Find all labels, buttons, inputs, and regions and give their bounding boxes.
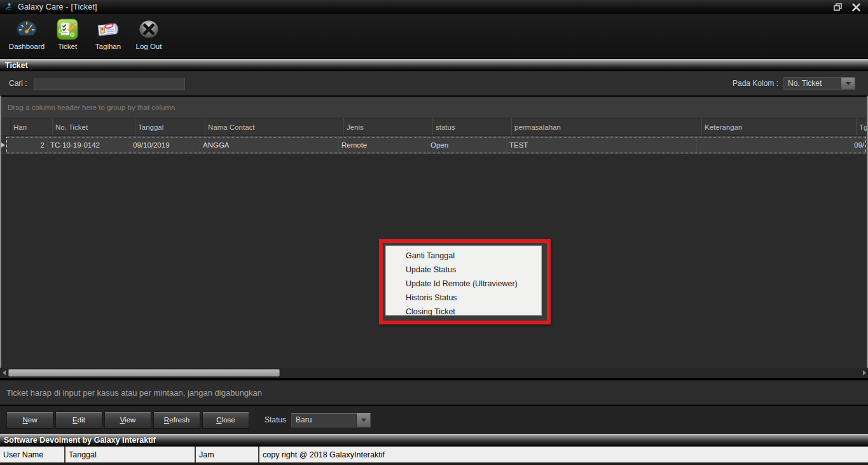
cell-no-ticket: TC-10-19-0142	[48, 136, 130, 154]
titlebar: Galaxy Care - [Ticket]	[0, 0, 868, 14]
scroll-right-icon[interactable]	[860, 370, 868, 375]
column-header-keterangan[interactable]: Keterangan	[702, 118, 857, 135]
horizontal-scrollbar	[0, 368, 868, 379]
cell-permasalahan: TEST	[507, 136, 697, 154]
cell-hari: 2	[6, 136, 48, 154]
status-label: Status	[265, 415, 286, 424]
toolbar-label-logout: Log Out	[136, 43, 162, 50]
actions-bar: New Edit View Refresh Close Status Baru	[0, 406, 868, 434]
context-menu: Ganti Tanggal Update Status Update Id Re…	[385, 246, 542, 316]
statusbar-jam: Jam	[196, 447, 259, 462]
search-row: Cari : Pada Kolom : No. Ticket	[0, 71, 868, 95]
context-menu-highlight: Ganti Tanggal Update Status Update Id Re…	[379, 239, 551, 324]
column-header-status[interactable]: status	[433, 118, 512, 135]
toolbar-item-tagihan[interactable]: Tagihan	[88, 18, 128, 50]
app-icon	[4, 2, 14, 12]
cell-status: Open	[428, 136, 507, 154]
branding-bar: Software Devolment by Galaxy Interaktif	[0, 434, 868, 447]
app-window: { "window": { "title": "Galaxy Care - [T…	[0, 0, 868, 465]
cell-nama-contact: ANGGA	[200, 136, 339, 154]
statusbar-tanggal: Tanggal	[65, 447, 196, 462]
statusbar-username: User Name	[0, 447, 65, 462]
ticket-icon	[56, 18, 79, 41]
search-label: Cari :	[9, 79, 27, 88]
panel-header: Ticket	[0, 59, 868, 71]
current-row-arrow-icon	[1, 142, 5, 148]
refresh-button[interactable]: Refresh	[153, 412, 200, 429]
cell-jenis: Remote	[339, 136, 428, 154]
grid-row-cells: 2 TC-10-19-0142 09/10/2019 ANGGA Remote …	[6, 136, 867, 154]
toolbar-label-dashboard: Dashboard	[9, 43, 45, 50]
statusbar-copyright: copy right @ 2018 GalaxyInteraktif	[259, 447, 868, 462]
row-selector-cell[interactable]	[1, 136, 6, 154]
column-filter-value: No. Ticket	[784, 79, 841, 88]
ticket-grid: Drag a column header here to group by th…	[0, 95, 868, 368]
row-selector-header	[1, 118, 11, 135]
panel-title: Ticket	[5, 61, 28, 70]
close-window-icon[interactable]	[850, 3, 862, 12]
cell-tgl: 09/	[851, 136, 867, 154]
toolbar-item-dashboard[interactable]: Dashboard	[6, 18, 47, 50]
column-header-no-ticket[interactable]: No. Ticket	[53, 118, 135, 135]
dashboard-gauge-icon	[15, 18, 38, 41]
column-header-tanggal[interactable]: Tanggal	[135, 118, 205, 135]
menu-item-update-id-remote[interactable]: Update Id Remote (Ultraviewer)	[386, 277, 541, 291]
search-input[interactable]	[34, 77, 185, 90]
scrollbar-track[interactable]	[8, 368, 860, 378]
column-header-jenis[interactable]: Jenis	[344, 118, 433, 135]
chevron-down-icon[interactable]	[841, 78, 855, 89]
scrollbar-thumb[interactable]	[8, 369, 280, 377]
column-header-nama-contact[interactable]: Nama Contact	[205, 118, 344, 135]
main-toolbar: Dashboard	[0, 14, 868, 59]
menu-item-closing-ticket[interactable]: Closing Ticket	[386, 305, 541, 319]
restore-window-icon[interactable]	[832, 3, 844, 12]
status-bar: User Name Tanggal Jam copy right @ 2018 …	[0, 447, 868, 462]
column-filter-label: Pada Kolom :	[733, 79, 778, 88]
toolbar-label-ticket: Ticket	[58, 43, 77, 50]
grid-header-row: Hari No. Ticket Tanggal Nama Contact Jen…	[1, 118, 867, 136]
branding-text: Software Devolment by Galaxy Interaktif	[4, 436, 156, 445]
logout-icon	[137, 18, 160, 41]
column-header-hari[interactable]: Hari	[11, 118, 53, 135]
window-controls	[832, 3, 864, 12]
menu-item-update-status[interactable]: Update Status	[386, 263, 541, 277]
grid-row[interactable]: 2 TC-10-19-0142 09/10/2019 ANGGA Remote …	[1, 136, 867, 154]
toolbar-label-tagihan: Tagihan	[95, 43, 121, 50]
column-header-tgl[interactable]: Tgl	[857, 118, 867, 135]
menu-item-ganti-tanggal[interactable]: Ganti Tanggal	[386, 249, 541, 263]
toolbar-item-ticket[interactable]: Ticket	[47, 18, 88, 50]
column-filter-select[interactable]: No. Ticket	[783, 77, 855, 90]
info-note: Ticket harap di input per kasus atau per…	[0, 379, 868, 406]
invoice-icon	[97, 18, 120, 41]
menu-item-historis-status[interactable]: Historis Status	[386, 291, 541, 305]
status-select[interactable]: Baru	[291, 413, 371, 427]
bottom-strip	[0, 462, 868, 465]
column-header-permasalahan[interactable]: permasalahan	[512, 118, 702, 135]
edit-button[interactable]: Edit	[55, 412, 102, 429]
toolbar-item-logout[interactable]: Log Out	[128, 18, 169, 50]
new-button[interactable]: New	[6, 412, 53, 429]
group-by-panel[interactable]: Drag a column header here to group by th…	[1, 97, 867, 118]
chevron-down-icon[interactable]	[356, 413, 370, 427]
cell-keterangan	[697, 136, 851, 154]
cell-tanggal: 09/10/2019	[130, 136, 200, 154]
view-button[interactable]: View	[104, 412, 151, 429]
status-value: Baru	[292, 415, 356, 424]
window-title: Galaxy Care - [Ticket]	[18, 3, 97, 11]
close-button[interactable]: Close	[202, 412, 249, 429]
column-filter: Pada Kolom : No. Ticket	[733, 77, 868, 90]
scroll-left-icon[interactable]	[0, 370, 8, 375]
